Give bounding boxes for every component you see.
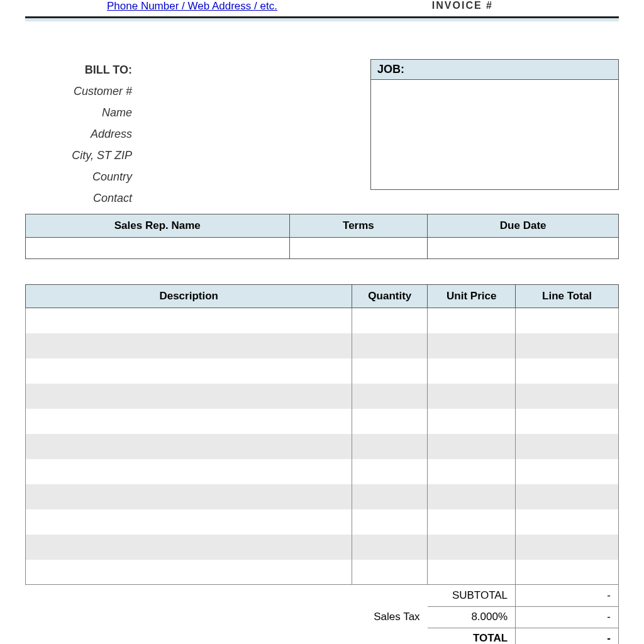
item-cell[interactable] [516, 535, 619, 560]
sales-tax-rate: 8.000% [428, 606, 516, 628]
subtotal-label: SUBTOTAL [428, 585, 516, 606]
item-cell[interactable] [26, 333, 352, 358]
item-cell[interactable] [428, 333, 516, 358]
header-divider [25, 16, 619, 21]
item-cell[interactable] [516, 560, 619, 585]
sales-tax-value: - [516, 606, 619, 628]
job-box: JOB: [370, 59, 619, 209]
item-cell[interactable] [26, 409, 352, 434]
job-body[interactable] [370, 80, 619, 190]
item-cell[interactable] [516, 308, 619, 333]
bill-to-city: City, ST ZIP [25, 145, 132, 166]
item-cell[interactable] [516, 384, 619, 409]
item-cell[interactable] [516, 434, 619, 459]
item-cell[interactable] [352, 409, 428, 434]
meta-header-due-date: Due Date [428, 214, 619, 238]
item-cell[interactable] [352, 509, 428, 535]
item-cell[interactable] [352, 308, 428, 333]
bill-to-address: Address [25, 123, 132, 145]
item-cell[interactable] [352, 459, 428, 484]
item-cell[interactable] [352, 434, 428, 459]
item-cell[interactable] [428, 509, 516, 535]
meta-header-terms: Terms [289, 214, 428, 238]
item-cell[interactable] [516, 484, 619, 509]
item-cell[interactable] [352, 560, 428, 585]
bill-to-contact: Contact [25, 187, 132, 209]
items-table: Description Quantity Unit Price Line Tot… [25, 284, 619, 585]
item-cell[interactable] [516, 358, 619, 384]
item-cell[interactable] [352, 358, 428, 384]
items-header-description: Description [26, 285, 352, 308]
bill-to-customer-num: Customer # [25, 80, 132, 102]
total-value: - [516, 628, 619, 644]
bill-to-name: Name [25, 102, 132, 123]
table-row [26, 333, 619, 358]
item-cell[interactable] [428, 308, 516, 333]
items-header-quantity: Quantity [352, 285, 428, 308]
item-cell[interactable] [352, 484, 428, 509]
item-cell[interactable] [516, 333, 619, 358]
item-cell[interactable] [26, 535, 352, 560]
table-row [26, 358, 619, 384]
table-row [26, 434, 619, 459]
item-cell[interactable] [516, 509, 619, 535]
item-cell[interactable] [26, 358, 352, 384]
job-title: JOB: [370, 59, 619, 80]
bill-to-country: Country [25, 166, 132, 187]
item-cell[interactable] [352, 535, 428, 560]
item-cell[interactable] [516, 409, 619, 434]
item-cell[interactable] [428, 560, 516, 585]
item-cell[interactable] [26, 509, 352, 535]
items-header-line-total: Line Total [516, 285, 619, 308]
meta-header-sales-rep: Sales Rep. Name [26, 214, 290, 238]
bill-to-title: BILL TO: [25, 59, 132, 80]
item-cell[interactable] [26, 384, 352, 409]
items-header-unit-price: Unit Price [428, 285, 516, 308]
invoice-number-label: INVOICE # [432, 0, 493, 13]
item-cell[interactable] [352, 333, 428, 358]
table-row [26, 409, 619, 434]
item-cell[interactable] [26, 459, 352, 484]
item-cell[interactable] [26, 434, 352, 459]
item-cell[interactable] [26, 308, 352, 333]
item-cell[interactable] [26, 484, 352, 509]
table-row [26, 384, 619, 409]
meta-table: Sales Rep. Name Terms Due Date [25, 214, 619, 259]
item-cell[interactable] [516, 459, 619, 484]
table-row [26, 509, 619, 535]
table-row [26, 308, 619, 333]
sales-tax-label: Sales Tax [352, 606, 428, 628]
header-link[interactable]: Phone Number / Web Address / etc. [25, 0, 277, 13]
item-cell[interactable] [428, 535, 516, 560]
item-cell[interactable] [428, 484, 516, 509]
meta-value-due-date[interactable] [428, 238, 619, 259]
totals-table: SUBTOTAL - Sales Tax 8.000% - TOTAL - [25, 585, 619, 644]
item-cell[interactable] [428, 358, 516, 384]
item-cell[interactable] [352, 384, 428, 409]
table-row [26, 560, 619, 585]
item-cell[interactable] [428, 459, 516, 484]
meta-value-sales-rep[interactable] [26, 238, 290, 259]
item-cell[interactable] [26, 560, 352, 585]
subtotal-value: - [516, 585, 619, 606]
bill-to-block: BILL TO: Customer # Name Address City, S… [25, 59, 151, 209]
item-cell[interactable] [428, 434, 516, 459]
item-cell[interactable] [428, 409, 516, 434]
meta-value-terms[interactable] [289, 238, 428, 259]
table-row [26, 535, 619, 560]
table-row [26, 484, 619, 509]
table-row [26, 459, 619, 484]
total-label: TOTAL [428, 628, 516, 644]
item-cell[interactable] [428, 384, 516, 409]
